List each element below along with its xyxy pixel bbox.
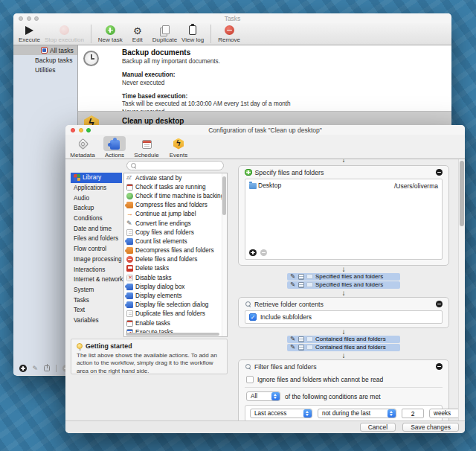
action-item[interactable]: Delete files and folders [124, 255, 227, 264]
match-mode-select[interactable]: All [246, 391, 280, 401]
action-item[interactable]: Convert line endings [124, 219, 227, 228]
puzzle-icon [110, 140, 120, 150]
action-item[interactable]: Count list elements [124, 237, 227, 246]
ignore-unreadable-checkbox[interactable] [246, 376, 254, 383]
workflow-block-retrieve[interactable]: Retrieve folder contents Include subfold… [238, 297, 449, 328]
checkbox-label: Include subfolders [260, 313, 312, 321]
category-item[interactable]: Conditions [71, 214, 122, 224]
toolbar-group: Execute Stop execution [16, 25, 86, 43]
action-item[interactable]: Display elements [124, 291, 227, 300]
file-list-box[interactable]: Desktop /Users/oliverma [245, 179, 443, 260]
category-item[interactable]: Backup [71, 203, 122, 214]
puzzle-blue-icon [126, 301, 133, 308]
include-subfolders-checkbox[interactable] [249, 313, 257, 321]
remove-block-button[interactable] [436, 169, 443, 176]
action-item[interactable]: Check if tasks are running [124, 182, 227, 191]
action-item[interactable]: Delete tasks [124, 264, 227, 273]
time-execution-heading: Time based execution: [122, 93, 451, 100]
category-item[interactable]: Text [71, 305, 122, 316]
action-item[interactable]: Activate stand by [124, 173, 227, 182]
workflow-scrollbar[interactable] [460, 161, 464, 226]
remove-icon [225, 25, 234, 35]
workflow-block-specify[interactable]: Specify files and folders Desktop /Users… [238, 165, 449, 266]
manual-execution-heading: Manual execution: [122, 71, 451, 78]
category-item[interactable]: Tasks [71, 295, 122, 305]
all-tasks-icon [41, 47, 48, 54]
toolbar-button[interactable]: Execute [19, 25, 40, 43]
green-plus-icon [245, 169, 252, 176]
action-item[interactable]: Display dialog box [124, 282, 227, 291]
workflow-connector-chip[interactable]: Specified files and folders [287, 273, 400, 281]
action-item[interactable]: Check if time machine is backing up dat [124, 191, 227, 200]
pencil-icon [290, 273, 296, 280]
save-button[interactable]: Save changes [402, 423, 459, 432]
cancel-button[interactable]: Cancel [360, 423, 396, 432]
category-item[interactable]: Applications [71, 183, 122, 193]
sidebar-item[interactable]: All tasks [13, 45, 77, 55]
category-item[interactable]: Date and time [71, 223, 122, 234]
category-item[interactable]: Variables [71, 316, 122, 326]
category-item[interactable]: System [71, 285, 122, 295]
action-item[interactable]: Disable tasks [124, 273, 227, 282]
category-item[interactable]: Internet & network [71, 275, 122, 285]
puzzle-orange-icon [126, 247, 133, 254]
category-item[interactable]: Library [71, 173, 122, 183]
search-field[interactable] [126, 161, 224, 170]
dialog-tab[interactable]: Events [164, 136, 193, 159]
category-item[interactable]: Audio [71, 193, 122, 203]
category-item[interactable]: Image processing [71, 255, 122, 265]
file-row[interactable]: Desktop /Users/oliverma [245, 179, 442, 191]
search-input[interactable] [139, 162, 220, 170]
dialog-tab[interactable]: Schedule [132, 136, 161, 159]
category-item[interactable]: Files and folders [71, 234, 122, 244]
task-title: Backup documents [122, 48, 451, 57]
dialog-tab[interactable]: Metadata [68, 136, 97, 159]
toolbar-button[interactable]: Edit [127, 25, 148, 43]
vertical-scrollbar[interactable] [222, 176, 226, 215]
folder-icon [306, 274, 313, 279]
task-delete-icon [126, 265, 133, 272]
task-row-backup-documents[interactable]: Backup documents Backup all my important… [78, 45, 451, 111]
workflow-connector-chip[interactable]: Contained files and folders [287, 336, 400, 343]
getting-started-heading: Getting started [86, 342, 132, 350]
toolbar-button[interactable]: Stop execution [45, 25, 84, 43]
workflow-block-filter[interactable]: Filter files and folders Ignore files an… [238, 359, 449, 420]
minus-red-icon [126, 256, 133, 263]
action-item[interactable]: Continue at jump label [124, 210, 227, 219]
category-item[interactable]: Interactions [71, 264, 122, 275]
dialog-tab[interactable]: Actions [100, 136, 129, 159]
sidebar-item[interactable]: Utilities [13, 65, 77, 74]
condition-value-input[interactable] [402, 409, 424, 418]
horizontal-scrollbar[interactable] [126, 333, 219, 336]
workflow-connector-chip[interactable]: Specified files and folders [287, 281, 400, 289]
workflow-connector-chip[interactable]: Contained files and folders [287, 344, 400, 351]
action-item[interactable]: Duplicate files and folders [124, 310, 227, 319]
condition-operator-select[interactable]: not during the last [318, 409, 396, 418]
add-task-button[interactable] [19, 365, 27, 372]
action-item[interactable]: Decompress files and folders [124, 246, 227, 255]
action-item[interactable]: Enable tasks [124, 319, 227, 327]
dialog-titlebar: Configuration of task "Clean up desktop" [65, 125, 465, 135]
action-item[interactable]: Copy files and folders [124, 228, 227, 237]
cross-red-icon [126, 275, 133, 281]
remove-block-button[interactable] [436, 363, 443, 371]
pencil-icon [126, 220, 133, 227]
connector-arrow-icon [238, 328, 449, 336]
remove-block-button[interactable] [436, 301, 443, 308]
action-item[interactable]: Compress files and folders [124, 201, 227, 210]
toolbar-button[interactable]: New task [98, 25, 123, 43]
action-item[interactable]: Display file selection dialog [124, 301, 227, 310]
window-title: Tasks [13, 15, 451, 22]
category-item[interactable]: Flow control [71, 244, 122, 255]
share-icon[interactable] [44, 365, 50, 371]
remove-file-button[interactable] [260, 249, 268, 257]
library-icon [74, 174, 80, 181]
add-file-button[interactable] [249, 249, 257, 257]
edit-task-pencil-icon[interactable]: ✎ [33, 365, 39, 372]
toolbar-button[interactable]: Remove [218, 25, 240, 43]
toolbar-button[interactable]: View log [181, 25, 204, 43]
condition-field-select[interactable]: Last access [250, 409, 312, 418]
list-icon [298, 345, 304, 351]
sidebar-item[interactable]: Backup tasks [13, 55, 77, 65]
toolbar-button[interactable]: Duplicate [152, 25, 177, 43]
